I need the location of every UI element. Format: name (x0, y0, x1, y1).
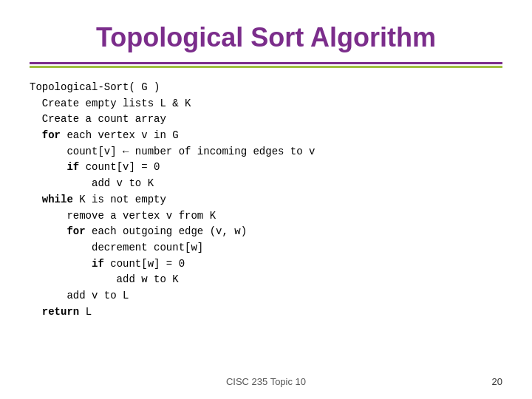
code-line: if count[w] = 0 (30, 256, 502, 273)
code-line: return L (30, 304, 502, 321)
slide: Topological Sort Algorithm Topological-S… (0, 0, 532, 399)
code-line: for each outgoing edge (v, w) (30, 224, 502, 240)
code-line: for each vertex v in G (30, 128, 502, 144)
code-line: decrement count[w] (30, 240, 502, 256)
code-line: if count[v] = 0 (30, 160, 502, 176)
code-line: add v to L (30, 288, 502, 304)
code-line: add v to K (30, 176, 502, 192)
code-line: Topological-Sort( G ) (30, 80, 502, 96)
page-number: 20 (492, 376, 502, 387)
footer: CISC 235 Topic 10 20 (0, 376, 532, 387)
divider-top (30, 62, 502, 64)
code-block: Topological-Sort( G ) Create empty lists… (30, 80, 502, 320)
code-line: add w to K (30, 272, 502, 288)
code-line: while K is not empty (30, 192, 502, 208)
code-line: Create a count array (30, 112, 502, 128)
divider (30, 62, 502, 68)
code-line: Create empty lists L & K (30, 96, 502, 112)
footer-topic: CISC 235 Topic 10 (0, 376, 532, 387)
slide-title: Topological Sort Algorithm (30, 22, 502, 53)
code-line: count[v] ← number of incoming edges to v (30, 144, 502, 160)
divider-bottom (30, 66, 502, 68)
code-line: remove a vertex v from K (30, 208, 502, 225)
